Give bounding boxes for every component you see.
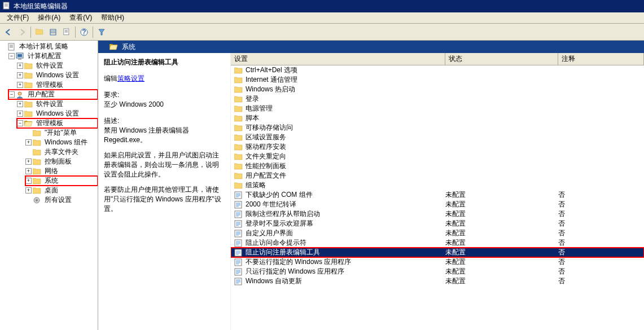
expand-icon[interactable]: + — [25, 168, 32, 174]
list-folder-row[interactable]: 可移动存储访问 — [231, 123, 644, 133]
collapse-icon[interactable]: − — [8, 91, 15, 98]
row-name: 下载缺少的 COM 组件 — [246, 190, 313, 200]
folder-icon — [234, 124, 243, 132]
list-policy-row[interactable]: 自定义用户界面未配置否 — [231, 228, 644, 238]
folder-icon — [33, 148, 42, 156]
row-state: 未配置 — [445, 228, 558, 238]
back-button[interactable] — [2, 26, 15, 38]
list-folder-row[interactable]: Internet 通信管理 — [231, 75, 644, 85]
list-folder-row[interactable]: Windows 热启动 — [231, 85, 644, 94]
forward-button[interactable] — [16, 26, 28, 38]
row-name: 限制这些程序从帮助启动 — [246, 209, 320, 219]
tree-uc-admin[interactable]: −管理模板 — [17, 118, 98, 128]
tree-desktop[interactable]: +桌面 — [25, 186, 98, 195]
edit-policy-link[interactable]: 策略设置 — [117, 74, 144, 82]
policy-icon — [234, 210, 243, 218]
expand-icon[interactable]: + — [17, 63, 23, 69]
expand-icon[interactable]: + — [25, 139, 32, 146]
row-note: 否 — [558, 209, 644, 219]
description-label: 描述: — [104, 116, 225, 126]
tree-system[interactable]: +系统 — [25, 176, 98, 186]
row-note: 否 — [558, 200, 644, 209]
tree-root[interactable]: 本地计算机 策略 — [0, 42, 98, 51]
expand-icon[interactable]: + — [25, 187, 32, 193]
row-name: 驱动程序安装 — [246, 142, 286, 152]
help-button[interactable]: ? — [78, 26, 90, 38]
expand-icon[interactable]: + — [17, 72, 23, 78]
tree-pane: 本地计算机 策略 −计算机配置 +软件设置 +Windows 设置 +管理模板 … — [0, 41, 98, 330]
row-name: 登录 — [246, 94, 259, 104]
up-button[interactable] — [33, 26, 46, 38]
menu-file[interactable]: 文件(F) — [2, 12, 33, 24]
menu-bar: 文件(F) 操作(A) 查看(V) 帮助(H) — [0, 12, 644, 24]
tree-uc-software[interactable]: +软件设置 — [17, 99, 98, 109]
policy-icon — [234, 278, 243, 285]
tree-computer-config[interactable]: −计算机配置 — [8, 51, 98, 61]
export-button[interactable] — [60, 26, 73, 38]
folder-icon — [109, 43, 119, 51]
list-folder-row[interactable]: 脚本 — [231, 113, 644, 123]
row-name: 阻止访问注册表编辑工具 — [246, 248, 320, 257]
tree-network[interactable]: +网络 — [25, 166, 98, 176]
row-name: 区域设置服务 — [246, 133, 286, 142]
list-policy-row[interactable]: 只运行指定的 Windows 应用程序未配置否 — [231, 267, 644, 276]
list-policy-row[interactable]: Windows 自动更新未配置否 — [231, 276, 644, 286]
tree-uc-windows[interactable]: +Windows 设置 — [17, 109, 98, 118]
list-folder-row[interactable]: 电源管理 — [231, 104, 644, 113]
tree-shared-folders[interactable]: 共享文件夹 — [25, 147, 98, 157]
folder-icon — [33, 187, 42, 195]
list-button[interactable] — [47, 26, 59, 38]
list-folder-row[interactable]: Ctrl+Alt+Del 选项 — [231, 65, 644, 75]
expand-icon[interactable]: + — [25, 178, 32, 184]
list-folder-row[interactable]: 文件夹重定向 — [231, 152, 644, 161]
row-state: 未配置 — [445, 238, 558, 248]
col-state[interactable]: 状态 — [445, 53, 558, 65]
description-p2: 如果启用此设置，并且用户试图启动注册表编辑器，则会出现一条消息，说明设置会阻止此… — [104, 151, 225, 179]
tree-win-components[interactable]: +Windows 组件 — [25, 138, 98, 147]
list-policy-row[interactable]: 阻止访问命令提示符未配置否 — [231, 238, 644, 248]
row-name: 组策略 — [246, 181, 266, 190]
expand-icon[interactable]: + — [17, 111, 23, 117]
row-name: 只运行指定的 Windows 应用程序 — [246, 267, 344, 276]
expand-icon[interactable]: + — [17, 101, 23, 107]
policy-icon — [234, 268, 243, 276]
folder-icon — [33, 158, 42, 166]
tree-control-panel[interactable]: +控制面板 — [25, 157, 98, 166]
list-policy-row[interactable]: 登录时不显示欢迎屏幕未配置否 — [231, 219, 644, 228]
row-note: 否 — [558, 276, 644, 286]
expand-icon[interactable]: + — [25, 159, 32, 165]
tree-user-config[interactable]: −用户配置 — [8, 90, 98, 99]
row-note: 否 — [558, 190, 644, 200]
list-folder-row[interactable]: 登录 — [231, 94, 644, 104]
list-policy-row[interactable]: 限制这些程序从帮助启动未配置否 — [231, 209, 644, 219]
list-policy-row[interactable]: 2000 年世纪转译未配置否 — [231, 200, 644, 209]
expand-icon[interactable]: + — [17, 82, 23, 88]
menu-action[interactable]: 操作(A) — [33, 12, 65, 24]
menu-view[interactable]: 查看(V) — [65, 12, 97, 24]
filter-button[interactable] — [95, 26, 108, 38]
tree-cc-windows[interactable]: +Windows 设置 — [17, 71, 98, 80]
list-folder-row[interactable]: 驱动程序安装 — [231, 142, 644, 152]
tree-cc-software[interactable]: +软件设置 — [17, 61, 98, 71]
collapse-icon[interactable]: − — [8, 53, 15, 59]
list-policy-row[interactable]: 阻止访问注册表编辑工具未配置否 — [231, 248, 644, 257]
list-folder-row[interactable]: 组策略 — [231, 181, 644, 190]
list-policy-row[interactable]: 下载缺少的 COM 组件未配置否 — [231, 190, 644, 200]
collapse-icon[interactable]: − — [17, 120, 23, 126]
folder-icon — [24, 120, 33, 127]
col-setting[interactable]: 设置 — [231, 53, 445, 65]
content-header: 系统 — [98, 41, 644, 53]
user-icon — [16, 91, 25, 99]
list-folder-row[interactable]: 性能控制面板 — [231, 161, 644, 171]
list-policy-row[interactable]: 不要运行指定的 Windows 应用程序未配置否 — [231, 257, 644, 267]
tree-start-menu[interactable]: "开始"菜单 — [25, 128, 98, 138]
tree-cc-admin[interactable]: +管理模板 — [17, 80, 98, 90]
col-note[interactable]: 注释 — [558, 53, 644, 65]
list-folder-row[interactable]: 区域设置服务 — [231, 133, 644, 142]
menu-help[interactable]: 帮助(H) — [97, 12, 129, 24]
tree-all-settings[interactable]: 所有设置 — [25, 195, 98, 205]
pc-icon — [16, 52, 25, 60]
policy-icon — [234, 258, 243, 266]
list-folder-row[interactable]: 用户配置文件 — [231, 171, 644, 181]
row-name: 2000 年世纪转译 — [246, 200, 296, 209]
